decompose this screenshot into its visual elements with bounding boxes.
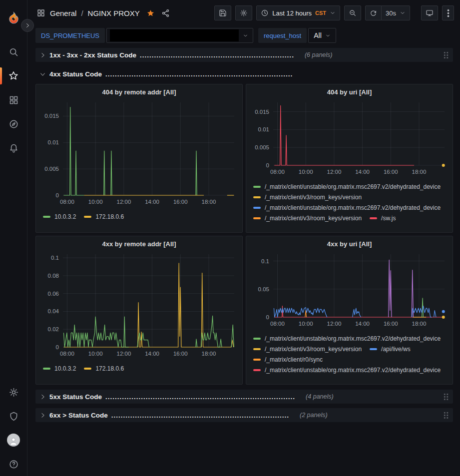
favorite-star-button[interactable]	[146, 9, 155, 17]
row-title: 1xx - 3xx - 2xx Status Code	[49, 51, 136, 59]
sidebar-item-configuration[interactable]	[0, 380, 27, 404]
sidebar-item-admin[interactable]	[0, 404, 27, 428]
breadcrumb-separator: /	[81, 9, 83, 17]
sidebar-expand-button[interactable]	[21, 19, 34, 32]
legend-item[interactable]: /sw.js	[370, 215, 396, 222]
sidebar-item-alerting[interactable]	[0, 136, 27, 160]
zoom-out-icon	[349, 9, 357, 17]
panel-title[interactable]: 404 by uri [All]	[250, 84, 449, 99]
apps-icon	[8, 95, 19, 105]
refresh-interval-picker[interactable]: 30s	[382, 5, 410, 20]
refresh-group: 30s	[365, 5, 410, 20]
legend-item[interactable]: /_matrix/client/v3/room_keys/version	[253, 215, 362, 222]
sidebar-item-help[interactable]	[0, 452, 27, 476]
sidebar-item-explore[interactable]	[0, 112, 27, 136]
legend-item[interactable]: /_matrix/client/v3/room_keys/version	[253, 346, 362, 353]
legend-color-swatch	[370, 348, 377, 350]
legend-item[interactable]: /api/live/ws	[370, 346, 411, 353]
legend-item[interactable]: 10.0.3.2	[43, 213, 76, 220]
legend-item[interactable]: 172.18.0.6	[84, 365, 124, 372]
sidebar-item-starred[interactable]	[0, 64, 27, 88]
svg-text:12:00: 12:00	[327, 169, 342, 175]
legend-item[interactable]: /_matrix/client/v3/room_keys/version	[253, 194, 362, 201]
sidebar-item-profile[interactable]	[0, 428, 27, 452]
legend-color-swatch	[253, 369, 261, 371]
zoom-out-time-button[interactable]	[344, 5, 361, 20]
timeseries-chart[interactable]: 00.0050.010.01508:0010:0012:0014:0016:00…	[250, 99, 449, 180]
dashboard-settings-button[interactable]	[235, 5, 252, 20]
legend-item[interactable]: /_matrix/client/unstable/org.matrix.msc2…	[253, 335, 441, 342]
panel-title[interactable]: 4xx by remote addr [All]	[40, 236, 238, 251]
row-title: 4xx Status Code	[49, 70, 102, 78]
legend-item[interactable]: /_matrix/client/unstable/org.matrix.msc2…	[253, 204, 441, 211]
redacted-value	[110, 29, 239, 41]
legend-item[interactable]: 10.0.3.2	[43, 365, 76, 372]
svg-text:18:00: 18:00	[412, 321, 427, 327]
svg-text:0: 0	[56, 192, 59, 198]
caret-down-icon	[325, 33, 331, 38]
dashboard-canvas: 1xx - 3xx - 2xx Status Code ............…	[27, 45, 460, 476]
person-icon	[8, 436, 19, 447]
panel-title[interactable]: 404 by remote addr [All]	[40, 84, 238, 99]
search-icon	[8, 47, 19, 57]
variable-dropdown-ds[interactable]	[106, 28, 253, 43]
variable-label-request-host: request_host	[258, 28, 307, 43]
share-icon	[161, 9, 170, 17]
caret-down-icon	[330, 10, 336, 16]
svg-text:08:00: 08:00	[60, 199, 74, 205]
panel-404-by-remote-addr: 404 by remote addr [All] 00.0050.010.015…	[35, 84, 243, 233]
legend-item[interactable]: /_matrix/client/r0/sync	[253, 356, 323, 363]
panel-legend: 10.0.3.2172.18.0.6	[40, 362, 238, 384]
panel-grid: 404 by remote addr [All] 00.0050.010.015…	[35, 84, 453, 385]
legend-color-swatch	[253, 338, 261, 340]
row-drag-handle[interactable]	[444, 51, 449, 59]
row-title: 5xx Status Code	[49, 393, 102, 401]
row-header-4xx[interactable]: 4xx Status Code ........................…	[35, 67, 453, 81]
legend-label: 172.18.0.6	[95, 213, 124, 220]
svg-text:18:00: 18:00	[202, 199, 216, 205]
svg-text:0: 0	[56, 344, 59, 350]
legend-color-swatch	[370, 217, 377, 219]
svg-text:16:00: 16:00	[173, 199, 188, 205]
refresh-icon	[370, 9, 377, 17]
caret-down-icon	[243, 33, 248, 38]
save-dashboard-button[interactable]	[214, 5, 231, 20]
timeseries-chart[interactable]: 00.020.040.060.080.108:0010:0012:0014:00…	[40, 251, 238, 362]
svg-text:0.06: 0.06	[48, 291, 59, 297]
legend-color-swatch	[253, 348, 261, 350]
legend-item[interactable]: /_matrix/client/unstable/org.matrix.msc2…	[253, 183, 441, 190]
row-drag-handle[interactable]	[444, 393, 449, 401]
panel-legend: /_matrix/client/unstable/org.matrix.msc2…	[250, 332, 449, 384]
legend-label: /_matrix/client/v3/room_keys/version	[265, 215, 362, 222]
variable-dropdown-request-host[interactable]: All	[308, 28, 336, 43]
timeseries-chart[interactable]: 00.0050.010.01508:0010:0012:0014:0016:00…	[40, 99, 238, 210]
svg-text:14:00: 14:00	[355, 321, 370, 327]
monitor-icon	[426, 9, 434, 17]
timeseries-chart[interactable]: 00.050.108:0010:0012:0014:0016:0018:00	[250, 251, 449, 332]
legend-item[interactable]: 172.18.0.6	[84, 213, 124, 220]
legend-color-swatch	[253, 359, 261, 361]
chevron-right-icon	[39, 52, 46, 58]
dashboard-title[interactable]: NGINX PROXY	[88, 9, 140, 17]
star-icon	[8, 70, 19, 81]
svg-text:14:00: 14:00	[145, 199, 159, 205]
row-panel-count: (6 panels)	[305, 51, 333, 58]
row-header-1xx-3xx-2xx[interactable]: 1xx - 3xx - 2xx Status Code ............…	[35, 48, 453, 62]
kiosk-mode-button[interactable]	[421, 5, 438, 20]
share-button[interactable]	[161, 9, 170, 17]
legend-item[interactable]: /_matrix/client/unstable/org.matrix.msc2…	[253, 367, 441, 374]
breadcrumb-folder[interactable]: General	[50, 9, 76, 17]
row-drag-handle[interactable]	[444, 412, 449, 419]
row-header-5xx[interactable]: 5xx Status Code ........................…	[35, 390, 453, 404]
time-range-picker[interactable]: Last 12 hours CST	[256, 5, 340, 20]
panel-title[interactable]: 4xx by uri [All]	[250, 236, 449, 251]
sidebar-item-dashboards[interactable]	[0, 88, 27, 112]
refresh-button[interactable]	[365, 5, 382, 20]
svg-text:0: 0	[266, 314, 269, 320]
row-panel-count: (2 panels)	[300, 412, 328, 419]
row-panel-count: (4 panels)	[306, 393, 334, 400]
row-header-6xx[interactable]: 6xx > Status Code ......................…	[35, 408, 453, 422]
more-options-button[interactable]	[442, 5, 454, 20]
sidebar-item-search[interactable]	[0, 40, 27, 64]
svg-text:0.005: 0.005	[44, 166, 59, 172]
